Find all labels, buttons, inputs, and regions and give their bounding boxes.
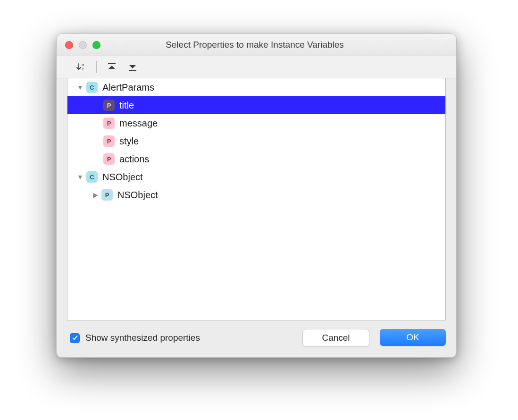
close-icon[interactable] xyxy=(65,41,73,49)
tree-node-label: title xyxy=(119,100,134,111)
zoom-icon[interactable] xyxy=(92,41,100,49)
property-tree[interactable]: ▼ C AlertParams P title P message P styl… xyxy=(67,78,446,320)
tree-node-label: AlertParams xyxy=(102,82,154,93)
ok-button[interactable]: OK xyxy=(380,329,446,346)
tree-node-property[interactable]: P style xyxy=(67,132,445,150)
expand-all-button[interactable] xyxy=(103,60,120,74)
checkbox-label: Show synthesized properties xyxy=(85,333,200,343)
svg-text:z: z xyxy=(82,67,84,71)
tree-node-protocol[interactable]: ▶ P NSObject xyxy=(67,186,445,204)
expand-all-icon xyxy=(107,62,117,72)
traffic-lights xyxy=(57,41,100,49)
tree-node-class[interactable]: ▼ C NSObject xyxy=(67,168,445,186)
tree-node-label: actions xyxy=(119,154,149,165)
toolbar: a z xyxy=(57,56,456,78)
property-badge-icon: P xyxy=(103,100,115,111)
toolbar-separator xyxy=(96,61,97,73)
minimize-icon xyxy=(79,41,87,49)
tree-node-label: NSObject xyxy=(117,190,158,201)
tree-node-label: NSObject xyxy=(102,172,143,183)
window-title: Select Properties to make Instance Varia… xyxy=(100,40,456,50)
collapse-all-button[interactable] xyxy=(124,60,141,74)
tree-node-label: style xyxy=(119,136,139,147)
tree-node-class[interactable]: ▼ C AlertParams xyxy=(67,78,445,96)
dialog-window: Select Properties to make Instance Varia… xyxy=(56,34,457,358)
svg-text:a: a xyxy=(82,63,84,67)
sort-az-icon: a z xyxy=(76,62,86,72)
property-badge-icon: P xyxy=(103,135,115,147)
class-badge-icon: C xyxy=(86,82,98,93)
cancel-button[interactable]: Cancel xyxy=(302,329,369,347)
dialog-footer: Show synthesized properties Cancel OK xyxy=(57,320,456,357)
collapse-all-icon xyxy=(127,62,138,72)
show-synthesized-checkbox[interactable]: Show synthesized properties xyxy=(70,333,200,343)
chevron-down-icon[interactable]: ▼ xyxy=(76,84,84,91)
checkbox-checked-icon xyxy=(70,333,80,343)
tree-node-property[interactable]: P message xyxy=(67,114,445,132)
tree-node-label: message xyxy=(119,118,158,129)
class-badge-icon: C xyxy=(86,171,98,183)
protocol-badge-icon: P xyxy=(101,189,113,201)
property-badge-icon: P xyxy=(103,118,115,129)
sort-button[interactable]: a z xyxy=(73,60,90,74)
tree-node-property[interactable]: P title xyxy=(67,96,445,114)
chevron-right-icon[interactable]: ▶ xyxy=(91,191,100,199)
tree-node-property[interactable]: P actions xyxy=(67,150,445,168)
property-badge-icon: P xyxy=(103,153,115,165)
chevron-down-icon[interactable]: ▼ xyxy=(76,173,84,181)
titlebar: Select Properties to make Instance Varia… xyxy=(57,34,456,56)
